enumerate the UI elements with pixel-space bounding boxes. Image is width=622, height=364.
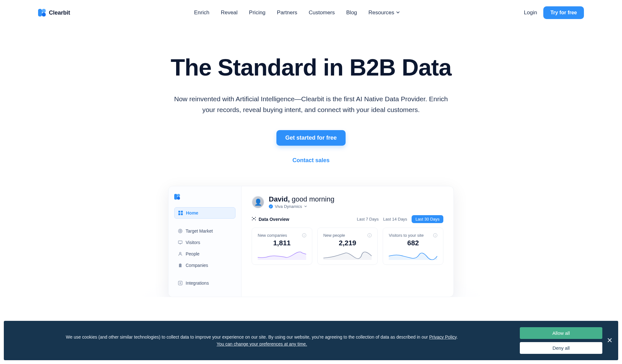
card-title: New people [323,233,345,238]
overview-label: Data Overview [259,217,289,222]
sparkline [389,250,437,260]
nav-enrich[interactable]: Enrich [194,10,209,16]
svg-point-12 [180,231,181,231]
nav-resources-label: Resources [368,10,394,16]
period-30days[interactable]: Last 30 Days [412,215,443,223]
user-avatar[interactable]: 👤 [252,196,264,208]
hero-title: The Standard in B2B Data [6,54,616,81]
svg-point-20 [252,217,253,218]
overview-header: Data Overview Last 7 Days Last 14 Days L… [252,215,443,223]
try-free-button[interactable]: Try for free [543,6,584,19]
company-row[interactable]: ✓ Viva Dynamics [269,204,334,209]
sidebar-item-integrations[interactable]: Integrations [174,278,235,288]
svg-rect-13 [178,241,182,243]
svg-rect-1 [42,9,46,13]
hero-section: The Standard in B2B Data Now reinvented … [0,25,622,297]
svg-rect-9 [181,213,183,215]
svg-point-23 [255,220,256,220]
logo[interactable]: Clearbit [38,9,70,17]
company-name: Viva Dynamics [275,204,302,209]
sidebar-label-target: Target Market [186,228,213,234]
user-icon [178,252,182,256]
svg-point-22 [252,220,253,220]
sidebar-item-visitors[interactable]: Visitors [174,237,235,248]
greeting-message: good morning [292,195,334,203]
grid-icon [178,211,183,215]
brand-name: Clearbit [49,10,70,16]
svg-rect-7 [181,211,183,213]
svg-point-15 [180,252,181,254]
nav-resources[interactable]: Resources [368,10,400,16]
svg-rect-5 [177,197,180,200]
sidebar-label-companies: Companies [186,263,208,268]
card-title: New companies [258,233,287,238]
card-value: 1,811 [258,239,306,247]
greeting-row: 👤 David, good morning ✓ Viva Dynamics [252,195,443,209]
dashboard-sidebar: Home Target Market Visitors People Compa… [169,186,242,297]
info-icon[interactable]: i [302,233,306,237]
overview-title-area: Data Overview [252,216,289,222]
nav-reveal[interactable]: Reveal [221,10,238,16]
chevron-down-icon [304,204,307,209]
sidebar-item-target-market[interactable]: Target Market [174,226,235,236]
sparkline [323,250,372,260]
sparkline [258,250,306,260]
building-icon [178,263,182,268]
sidebar-item-home[interactable]: Home [174,207,235,219]
period-7days[interactable]: Last 7 Days [357,217,379,222]
nav-partners[interactable]: Partners [277,10,297,16]
svg-rect-3 [174,194,177,200]
card-value: 682 [389,239,437,247]
greeting-name: David, [269,195,290,203]
svg-point-21 [255,217,256,218]
svg-point-19 [253,218,255,219]
chevron-down-icon [396,10,400,16]
card-value: 2,219 [323,239,372,247]
monitor-icon [178,240,182,245]
sidebar-item-companies[interactable]: Companies [174,260,235,271]
card-title: Visitors to your site [389,233,424,238]
card-new-people[interactable]: New people i 2,219 [317,228,378,265]
sidebar-label-integrations: Integrations [186,281,209,286]
info-icon[interactable]: i [367,233,372,237]
contact-sales-link[interactable]: Contact sales [6,157,616,164]
logo-icon [38,9,46,17]
hero-subtitle: Now reinvented with Artificial Intellige… [168,94,454,115]
get-started-button[interactable]: Get started for free [276,130,346,146]
target-icon [178,229,182,233]
login-link[interactable]: Login [524,10,537,16]
sidebar-label-people: People [186,251,200,256]
dashboard-preview: Home Target Market Visitors People Compa… [168,186,454,297]
nav-blog[interactable]: Blog [346,10,357,16]
sidebar-item-people[interactable]: People [174,248,235,259]
info-icon[interactable]: i [433,233,437,237]
period-tabs: Last 7 Days Last 14 Days Last 30 Days [357,215,443,223]
sidebar-label-visitors: Visitors [186,240,200,245]
data-icon [252,216,256,222]
dashboard-main: 👤 David, good morning ✓ Viva Dynamics [242,186,453,297]
main-nav: Enrich Reveal Pricing Partners Customers… [194,10,400,16]
auth-area: Login Try for free [524,6,584,19]
main-header: Clearbit Enrich Reveal Pricing Partners … [0,0,622,25]
plus-square-icon [178,281,182,285]
card-visitors[interactable]: Visitors to your site i 682 [383,228,443,265]
nav-customers[interactable]: Customers [309,10,335,16]
greeting-text: David, good morning [269,195,334,203]
stat-cards: New companies i 1,811 New people i 2,219 [252,228,443,265]
card-new-companies[interactable]: New companies i 1,811 [252,228,312,265]
verified-icon: ✓ [269,204,273,208]
svg-rect-0 [38,9,42,17]
dashboard-logo-icon [174,194,180,200]
svg-rect-6 [178,211,180,213]
nav-pricing[interactable]: Pricing [249,10,266,16]
svg-rect-8 [178,213,180,215]
period-14days[interactable]: Last 14 Days [383,217,407,222]
svg-rect-2 [42,13,46,17]
sidebar-label-home: Home [186,210,198,215]
svg-rect-4 [177,194,180,197]
